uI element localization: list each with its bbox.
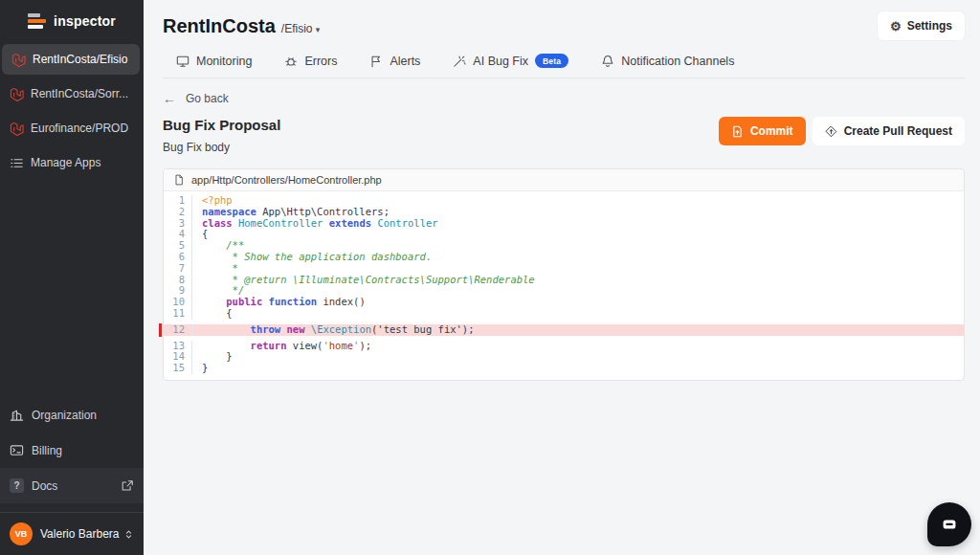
- line-number: 7: [164, 263, 192, 275]
- page-title: Bug Fix Proposal: [163, 117, 280, 133]
- chevron-updown-icon: [123, 529, 134, 540]
- code-viewer: app/Http/Controllers/HomeController.php …: [163, 168, 965, 381]
- user-name: Valerio Barbera: [40, 527, 120, 541]
- sidebar-item-label: Eurofinance/PROD: [31, 122, 128, 135]
- sidebar: inspector RentInCosta/Efisio RentInCosta…: [0, 0, 144, 555]
- line-number: 15: [164, 363, 192, 374]
- sidebar-item-billing[interactable]: Billing: [0, 433, 144, 468]
- gear-icon: ⚙: [890, 20, 902, 33]
- tab-label: Monitoring: [196, 55, 252, 68]
- code-line: 14 }: [164, 351, 964, 363]
- project-title: RentInCosta: [163, 15, 276, 37]
- user-menu[interactable]: VB Valerio Barbera: [0, 513, 144, 555]
- bell-icon: [601, 55, 614, 68]
- code-text: }: [192, 363, 208, 374]
- laravel-icon: [10, 87, 24, 101]
- line-number: 8: [164, 275, 192, 286]
- sidebar-item-label: RentInCosta/Efisio: [33, 53, 127, 66]
- tab-ai-bug-fix[interactable]: AI Bug Fix Beta: [453, 54, 568, 68]
- organization-icon: [10, 408, 24, 422]
- line-number: 5: [164, 240, 192, 252]
- tab-bar: Monitoring Errors Alerts AI Bug Fix Beta: [163, 46, 965, 78]
- error-line-marker: [159, 323, 162, 337]
- line-number: 12: [164, 324, 192, 336]
- monitor-icon: [176, 55, 189, 68]
- tab-label: Errors: [304, 55, 337, 68]
- commit-file-icon: [731, 125, 744, 138]
- avatar: VB: [10, 522, 33, 545]
- tab-errors[interactable]: Errors: [284, 54, 337, 68]
- laravel-icon: [10, 122, 24, 136]
- beta-badge: Beta: [535, 54, 568, 68]
- create-pull-request-button[interactable]: Create Pull Request: [813, 117, 965, 145]
- go-back-link[interactable]: ← Go back: [163, 91, 229, 106]
- line-number: 6: [164, 252, 192, 263]
- help-icon: ?: [10, 478, 24, 493]
- code-file-header: app/Http/Controllers/HomeController.php: [164, 169, 964, 191]
- line-number: 4: [164, 229, 192, 240]
- line-number: 11: [164, 308, 192, 320]
- flag-icon: [369, 55, 383, 68]
- main-content: RentInCosta /Efisio ▾ ⚙ Settings Monitor…: [144, 0, 980, 555]
- chat-bubble-icon: [939, 514, 960, 535]
- code-line: 6 * Show the application dashboard.: [164, 252, 964, 263]
- code-line: 4{: [164, 229, 964, 240]
- bug-icon: [284, 55, 298, 68]
- code-text: class HomeController extends Controller: [192, 218, 438, 230]
- tab-label: AI Bug Fix: [473, 55, 528, 68]
- code-text: {: [192, 308, 233, 320]
- external-link-icon: [121, 479, 134, 493]
- back-arrow-icon: ←: [163, 91, 176, 106]
- billing-icon: [10, 443, 24, 457]
- sidebar-item-label: Docs: [32, 479, 57, 493]
- sidebar-item-docs[interactable]: ? Docs: [0, 468, 144, 503]
- code-line: 10 public function index(): [164, 297, 964, 308]
- file-icon: [173, 174, 185, 186]
- inspector-logo-icon: [28, 13, 46, 29]
- code-line: 15}: [164, 363, 964, 374]
- sidebar-item-rentincosta-efisio[interactable]: RentInCosta/Efisio: [2, 44, 140, 75]
- list-icon: [10, 156, 24, 170]
- file-path: app/Http/Controllers/HomeController.php: [191, 174, 382, 186]
- sidebar-item-label: RentInCosta/Sorr...: [31, 87, 128, 100]
- environment-selector[interactable]: /Efisio ▾: [281, 22, 321, 35]
- code-text: throw new \Exception('test bug fix');: [192, 324, 475, 336]
- laravel-icon: [11, 53, 26, 67]
- line-number: 2: [164, 207, 192, 218]
- code-line-highlighted: 12 throw new \Exception('test bug fix');: [164, 324, 964, 336]
- sidebar-item-organization[interactable]: Organization: [0, 397, 144, 433]
- line-number: 3: [164, 218, 192, 230]
- code-line: 11 {: [164, 308, 964, 320]
- sidebar-item-eurofinance-prod[interactable]: Eurofinance/PROD: [0, 113, 140, 144]
- sidebar-item-label: Billing: [32, 444, 62, 457]
- sidebar-item-rentincosta-sorr[interactable]: RentInCosta/Sorr...: [0, 78, 140, 109]
- chat-widget-button[interactable]: [927, 502, 971, 546]
- tab-alerts[interactable]: Alerts: [369, 54, 420, 68]
- code-text: }: [192, 351, 233, 363]
- sidebar-spacer: [0, 180, 144, 397]
- commit-button[interactable]: Commit: [719, 117, 806, 145]
- code-lines: 1<?php2namespace App\Http\Controllers;3c…: [164, 191, 964, 380]
- code-line: 8 * @return \Illuminate\Contracts\Suppor…: [164, 275, 964, 286]
- line-number: 1: [164, 195, 192, 207]
- proposal-header: Bug Fix Proposal Bug Fix body Commit Cre…: [163, 117, 965, 154]
- tab-label: Alerts: [390, 55, 420, 68]
- code-line: 13 return view('home');: [164, 341, 964, 352]
- settings-button[interactable]: ⚙ Settings: [878, 11, 965, 40]
- page-header: RentInCosta /Efisio ▾ ⚙ Settings: [144, 0, 980, 42]
- page-subtitle: Bug Fix body: [163, 141, 280, 154]
- tab-monitoring[interactable]: Monitoring: [176, 54, 252, 68]
- sidebar-item-manage-apps[interactable]: Manage Apps: [0, 147, 140, 178]
- app-logo-text: inspector: [54, 13, 116, 29]
- caret-down-icon: ▾: [316, 25, 321, 34]
- wand-icon: [453, 55, 466, 68]
- sidebar-item-label: Organization: [32, 409, 97, 422]
- tab-notification-channels[interactable]: Notification Channels: [601, 54, 734, 68]
- sidebar-item-label: Manage Apps: [31, 156, 100, 169]
- app-logo: inspector: [0, 0, 144, 42]
- tab-label: Notification Channels: [621, 55, 734, 68]
- code-line: 3class HomeController extends Controller: [164, 218, 964, 230]
- pull-request-icon: [825, 125, 837, 138]
